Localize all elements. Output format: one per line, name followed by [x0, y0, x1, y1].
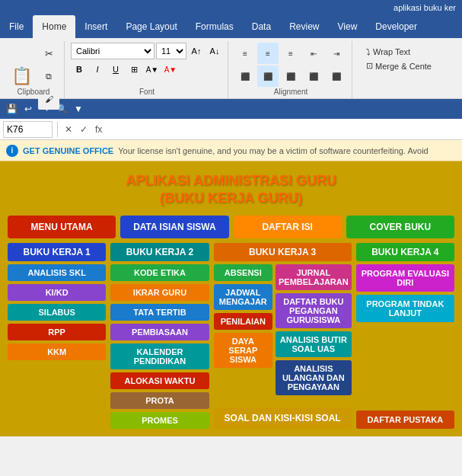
formula-input[interactable]: [107, 124, 459, 135]
align-left-button[interactable]: ⬛: [234, 65, 256, 87]
book4-item-program-evaluasi[interactable]: PROGRAM EVALUASI DIRI: [356, 264, 454, 292]
align-top-center-button[interactable]: ≡: [257, 43, 279, 64]
tab-page-layout[interactable]: Page Layout: [116, 15, 186, 38]
book2-header: BUKU KERJA 2: [110, 243, 209, 261]
font-size-select[interactable]: 11: [156, 43, 186, 59]
notice-label: GET GENUINE OFFICE: [23, 146, 113, 155]
align-extra-button[interactable]: ⬛: [326, 65, 347, 87]
indent-decrease-button[interactable]: ⇤: [303, 43, 324, 64]
alignment-label: Alignment: [230, 88, 352, 96]
book2-item-kalender[interactable]: KALENDER PENDIDIKAN: [110, 343, 209, 369]
book1-item-silabus[interactable]: SILABUS: [8, 304, 106, 321]
cover-buku-button[interactable]: COVER BUKU: [346, 216, 454, 238]
merge-label: Merge & Cente: [375, 62, 432, 71]
font-name-select[interactable]: Calibri: [71, 43, 155, 59]
book2-item-prota[interactable]: PROTA: [110, 392, 209, 409]
daftar-isi-button[interactable]: DAFTAR ISI: [234, 216, 342, 238]
book2-item-ikrar[interactable]: IKRAR GURU: [110, 284, 209, 301]
daftar-pustaka-button[interactable]: DAFTAR PUSTAKA: [356, 411, 454, 429]
tab-insert[interactable]: Insert: [75, 15, 116, 38]
font-group: Calibri 11 A↑ A↓ B I U ⊞ A▼ A▼ Font: [66, 41, 228, 98]
indent-increase-button[interactable]: ⇥: [326, 43, 347, 64]
app-title: APLIKASI ADMINISTRASI GURU (BUKU KERJA G…: [8, 169, 454, 211]
font-increase-button[interactable]: A↑: [188, 43, 205, 59]
cut-button[interactable]: ✂: [38, 43, 59, 64]
wrap-text-label: Wrap Text: [373, 47, 410, 56]
tab-review[interactable]: Review: [280, 15, 328, 38]
font-decrease-button[interactable]: A↓: [206, 43, 223, 59]
book3-item-jurnal[interactable]: JURNAL PEMBELAJARAN: [276, 264, 352, 290]
tab-home[interactable]: Home: [33, 15, 75, 38]
book3-column: BUKU KERJA 3 ABSENSI JADWAL MENGAJAR PEN…: [214, 243, 352, 429]
book3-item-analisis-butir[interactable]: ANALISIS BUTIR SOAL UAS: [276, 331, 352, 357]
tab-data[interactable]: Data: [243, 15, 280, 38]
tab-view[interactable]: View: [329, 15, 367, 38]
formula-bar: ✕ ✓ fx: [0, 119, 462, 140]
align-top-right-button[interactable]: ≡: [280, 43, 301, 64]
align-right-button[interactable]: ⬛: [280, 65, 301, 87]
book1-header: BUKU KERJA 1: [8, 243, 106, 261]
align-justify-button[interactable]: ⬛: [303, 65, 324, 87]
align-top-left-button[interactable]: ≡: [234, 43, 256, 64]
book2-item-alokasi[interactable]: ALOKASI WAKTU: [110, 372, 209, 389]
nav-buttons: MENU UTAMA DATA ISIAN SISWA DAFTAR ISI C…: [8, 216, 454, 238]
merge-center-button[interactable]: ⊡ Merge & Cente: [363, 59, 435, 72]
book3-item-jadwal[interactable]: JADWAL MENGAJAR: [214, 284, 272, 310]
italic-button[interactable]: I: [89, 61, 106, 78]
wrap-group: ⤵ Wrap Text ⊡ Merge & Cente: [354, 41, 444, 98]
tab-developer[interactable]: Developer: [366, 15, 426, 38]
book4-header: BUKU KERJA 4: [356, 243, 454, 261]
book3-item-daya[interactable]: DAYA SERAP SISWA: [214, 333, 272, 368]
book1-column: BUKU KERJA 1 ANALISIS SKL KI/KD SILABUS …: [8, 243, 106, 429]
book1-item-kikd[interactable]: KI/KD: [8, 284, 106, 301]
book2-item-tata[interactable]: TATA TERTIB: [110, 304, 209, 321]
confirm-formula-button[interactable]: ✓: [78, 123, 90, 136]
font-color-button[interactable]: A▼: [162, 61, 179, 78]
books-row: BUKU KERJA 1 ANALISIS SKL KI/KD SILABUS …: [8, 243, 454, 429]
clipboard-label: Clipboard: [3, 88, 64, 96]
fx-button[interactable]: fx: [93, 123, 104, 136]
border-button[interactable]: ⊞: [126, 61, 142, 78]
title-text: aplikasi buku ker: [393, 3, 456, 12]
cell-reference-input[interactable]: [3, 121, 53, 138]
more-quick-button[interactable]: ▼: [72, 102, 85, 116]
app-title-line1: APLIKASI ADMINISTRASI GURU: [8, 172, 454, 190]
tab-file[interactable]: File: [0, 15, 33, 38]
align-center-button[interactable]: ⬛: [257, 65, 279, 87]
notice-text: Your license isn't genuine, and you may …: [118, 146, 429, 155]
wrap-text-button[interactable]: ⤵ Wrap Text: [363, 46, 435, 58]
title-bar: aplikasi buku ker: [0, 0, 462, 15]
book1-item-rpp[interactable]: RPP: [8, 324, 106, 340]
book2-column: BUKU KERJA 2 KODE ETIKA IKRAR GURU TATA …: [110, 243, 209, 429]
book3-item-analisis-ulangan[interactable]: ANALISIS ULANGAN DAN PENGAYAAN: [276, 360, 352, 395]
notice-icon: i: [6, 145, 18, 157]
alignment-group: ≡ ≡ ≡ ⇤ ⇥ ⬛ ⬛ ⬛ ⬛ ⬛ Alignment: [230, 41, 352, 98]
book1-item-analisis[interactable]: ANALISIS SKL: [8, 264, 106, 281]
data-isian-button[interactable]: DATA ISIAN SISWA: [120, 216, 228, 238]
book2-item-kode[interactable]: KODE ETIKA: [110, 264, 209, 281]
book2-item-promes[interactable]: PROMES: [110, 412, 209, 429]
fill-color-button[interactable]: A▼: [144, 61, 161, 78]
sheet-content: APLIKASI ADMINISTRASI GURU (BUKU KERJA G…: [0, 161, 462, 436]
copy-button[interactable]: ⧉: [38, 65, 59, 87]
quick-access-toolbar: 💾 ↩ ↪ 🔍 ▼: [0, 99, 462, 119]
formula-divider: [57, 122, 58, 137]
book3-item-daftar-buku[interactable]: DAFTAR BUKU PEGANGAN GURU/SISWA: [276, 293, 352, 328]
book4-column: BUKU KERJA 4 PROGRAM EVALUASI DIRI PROGR…: [356, 243, 454, 429]
notice-bar: i GET GENUINE OFFICE Your license isn't …: [0, 140, 462, 161]
tab-formulas[interactable]: Formulas: [186, 15, 243, 38]
book2-item-pembiasaan[interactable]: PEMBIASAAN: [110, 324, 209, 340]
clipboard-icons: ✂ ⧉ 🖌: [38, 43, 59, 110]
book4-item-program-tindak[interactable]: PROGRAM TINDAK LANJUT: [356, 295, 454, 322]
book3-header: BUKU KERJA 3: [214, 243, 352, 261]
bold-button[interactable]: B: [71, 61, 88, 78]
book3-item-penilaian[interactable]: PENILAIAN: [214, 313, 272, 330]
cancel-formula-button[interactable]: ✕: [62, 123, 75, 136]
book1-item-kkm[interactable]: KKM: [8, 343, 106, 360]
soal-button[interactable]: SOAL DAN KISI-KISI SOAL: [214, 407, 352, 429]
book3-item-absensi[interactable]: ABSENSI: [214, 264, 272, 281]
menu-utama-button[interactable]: MENU UTAMA: [8, 216, 116, 238]
ribbon: 📋 ✂ ⧉ 🖌 Clipboard Calibri 11 A↑ A↓: [0, 38, 462, 99]
ribbon-tabs: File Home Insert Page Layout Formulas Da…: [0, 15, 462, 38]
underline-button[interactable]: U: [107, 61, 124, 78]
